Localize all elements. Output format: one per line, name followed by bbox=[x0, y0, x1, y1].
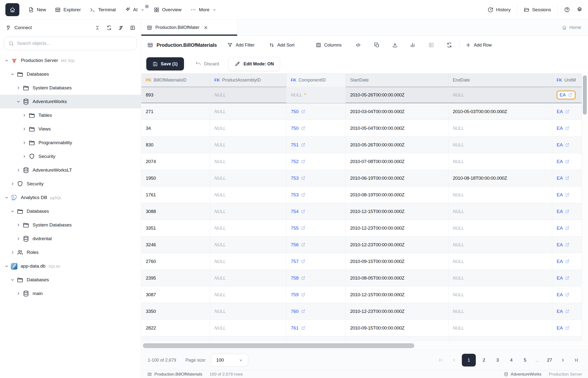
cell-productassemblyid[interactable]: NULL bbox=[210, 120, 286, 136]
cell-unitmeasurecode[interactable]: EA bbox=[552, 303, 582, 320]
page-button-5[interactable]: 5 bbox=[519, 354, 531, 366]
cell-enddate[interactable]: NULL bbox=[448, 236, 552, 253]
cell-componentid[interactable]: 760 bbox=[286, 303, 346, 320]
component-link[interactable]: 760 bbox=[291, 309, 306, 314]
component-link[interactable]: 753 bbox=[291, 192, 306, 198]
unit-link[interactable]: EA bbox=[557, 309, 570, 314]
component-link[interactable]: 758 bbox=[291, 275, 306, 281]
cell-unitmeasurecode[interactable]: EA bbox=[552, 103, 582, 120]
cell-componentid[interactable]: 751 bbox=[286, 137, 346, 153]
cell-componentid[interactable]: 753 bbox=[286, 170, 346, 186]
first-page-button[interactable] bbox=[435, 354, 446, 366]
cell-componentid[interactable]: 752 bbox=[286, 153, 346, 170]
cell-productassemblyid[interactable]: NULL bbox=[210, 153, 286, 170]
cell-componentid[interactable]: 755 bbox=[286, 220, 346, 236]
component-link[interactable]: 750 bbox=[291, 126, 306, 131]
cell-startdate[interactable]: 2010-03-04T00:00:00.000Z bbox=[346, 103, 448, 120]
cell-billofmaterialsid[interactable]: 3246 bbox=[141, 236, 210, 253]
cell-billofmaterialsid[interactable]: 2822 bbox=[141, 320, 210, 336]
prev-page-button[interactable] bbox=[448, 354, 459, 366]
tree-item-system-databases[interactable]: System Databases bbox=[0, 81, 141, 95]
unit-link[interactable]: EA bbox=[557, 226, 570, 231]
tree-item-databases[interactable]: Databases bbox=[0, 204, 141, 218]
cell-unitmeasurecode[interactable]: EA bbox=[552, 87, 582, 103]
panel-icon[interactable] bbox=[428, 42, 434, 48]
cell-productassemblyid[interactable]: NULL bbox=[210, 303, 286, 320]
cell-enddate[interactable]: NULL bbox=[448, 286, 552, 303]
cell-billofmaterialsid[interactable]: 3350 bbox=[141, 303, 210, 320]
table-row[interactable]: 3087NULL7592010-12-15T00:00:00.000ZNULLE… bbox=[141, 286, 582, 303]
cell-startdate[interactable]: 2010-05-26T00:00:00.000Z bbox=[346, 137, 448, 153]
page-button-1[interactable]: 1 bbox=[462, 354, 476, 366]
column-header-componentid[interactable]: FKComponentID bbox=[286, 74, 346, 87]
cell-billofmaterialsid[interactable]: 3087 bbox=[141, 286, 210, 303]
component-link[interactable]: 755 bbox=[291, 226, 306, 231]
cell-productassemblyid[interactable]: NULL bbox=[210, 320, 286, 336]
cell-productassemblyid[interactable]: NULL bbox=[210, 87, 286, 103]
cell-productassemblyid[interactable]: NULL bbox=[210, 203, 286, 220]
cell-productassemblyid[interactable]: NULL bbox=[210, 103, 286, 120]
edit-mode-toggle[interactable]: Edit Mode: ON bbox=[228, 57, 280, 71]
cell-billofmaterialsid[interactable]: 3088 bbox=[141, 203, 210, 220]
cell-unitmeasurecode[interactable]: EA bbox=[552, 203, 582, 220]
nav-item-terminal[interactable]: Terminal bbox=[90, 7, 116, 13]
discard-button[interactable]: Discard bbox=[195, 61, 219, 67]
collapse-sidebar-icon[interactable] bbox=[130, 25, 136, 31]
cell-enddate[interactable]: NULL bbox=[448, 153, 552, 170]
cell-billofmaterialsid[interactable]: 830 bbox=[141, 137, 210, 153]
cell-billofmaterialsid[interactable]: 2760 bbox=[141, 253, 210, 270]
column-header-unitm[interactable]: FKUnitM bbox=[552, 74, 582, 87]
horizontal-scrollbar-thumb[interactable] bbox=[143, 343, 414, 348]
unit-link[interactable]: EA bbox=[557, 159, 570, 164]
table-row[interactable]: 893NULLNULL*2010-05-26T00:00:00.000ZNULL… bbox=[141, 87, 582, 103]
cell-productassemblyid[interactable]: NULL bbox=[210, 286, 286, 303]
cell-billofmaterialsid[interactable]: 3351 bbox=[141, 220, 210, 236]
cell-startdate[interactable]: 2010-06-19T00:00:00.000Z bbox=[346, 170, 448, 186]
table-row[interactable]: 3246NULL7562010-12-23T00:00:00.000ZNULLE… bbox=[141, 236, 582, 253]
unit-link[interactable]: EA bbox=[557, 142, 570, 148]
table-row[interactable]: 2822NULL7612010-09-15T00:00:00.000ZNULLE… bbox=[141, 320, 582, 336]
refresh-connections-icon[interactable] bbox=[106, 25, 112, 31]
table-row[interactable]: 2760NULL7572010-09-15T00:00:00.000ZNULLE… bbox=[141, 253, 582, 270]
horizontal-scrollbar[interactable] bbox=[141, 341, 588, 350]
cell-billofmaterialsid[interactable]: 1761 bbox=[141, 187, 210, 203]
save-button[interactable]: Save (1) bbox=[146, 57, 184, 70]
cell-componentid[interactable]: 753 bbox=[286, 187, 346, 203]
cell-startdate[interactable]: 2010-09-15T00:00:00.000Z bbox=[346, 320, 448, 336]
cell-startdate[interactable]: 2010-09-15T00:00:00.000Z bbox=[346, 253, 448, 270]
tree-item-analytics-db[interactable]: Analytics DBpgSQL bbox=[0, 191, 141, 204]
unit-link[interactable]: EA bbox=[557, 176, 570, 181]
table-row[interactable]: 3351NULL7552010-12-23T00:00:00.000ZNULLE… bbox=[141, 220, 582, 236]
table-row[interactable]: 271NULL7502010-03-04T00:00:00.000Z2010-0… bbox=[141, 103, 582, 120]
columns-button[interactable]: Columns bbox=[316, 42, 342, 48]
cell-unitmeasurecode[interactable]: EA bbox=[552, 253, 582, 270]
tree-item-databases[interactable]: Databases bbox=[0, 67, 141, 81]
close-icon[interactable] bbox=[203, 25, 209, 30]
cell-unitmeasurecode[interactable]: EA bbox=[552, 286, 582, 303]
vertical-scrollbar-thumb[interactable] bbox=[583, 75, 587, 115]
cell-startdate[interactable]: 2010-12-15T00:00:00.000Z bbox=[346, 286, 448, 303]
cell-enddate[interactable]: NULL bbox=[448, 270, 552, 286]
next-page-button[interactable] bbox=[558, 354, 568, 366]
column-header-productassemblyid[interactable]: FKProductAssemblyID bbox=[210, 74, 286, 87]
page-button-27[interactable]: 27 bbox=[544, 354, 555, 366]
component-link[interactable]: 754 bbox=[291, 209, 306, 214]
component-link[interactable]: 750 bbox=[291, 109, 306, 114]
cell-unitmeasurecode[interactable]: EA bbox=[552, 320, 582, 336]
component-link[interactable]: 751 bbox=[291, 142, 306, 148]
cell-productassemblyid[interactable]: NULL bbox=[210, 220, 286, 236]
last-page-button[interactable] bbox=[571, 354, 582, 366]
tree-item-dvdrental[interactable]: dvdrental bbox=[0, 232, 141, 245]
unit-link[interactable]: EA bbox=[557, 242, 570, 247]
nav-item-new[interactable]: New bbox=[28, 7, 46, 13]
cell-productassemblyid[interactable]: NULL bbox=[210, 270, 286, 286]
download-icon[interactable] bbox=[392, 42, 398, 48]
cell-enddate[interactable]: NULL bbox=[448, 320, 552, 336]
nav-item-history[interactable]: History bbox=[488, 7, 511, 13]
tree-item-roles[interactable]: Roles bbox=[0, 245, 141, 259]
unit-link[interactable]: EA bbox=[557, 292, 570, 297]
cell-enddate[interactable]: NULL bbox=[448, 87, 552, 103]
cell-componentid[interactable]: 756 bbox=[286, 236, 346, 253]
unit-link[interactable]: EA bbox=[557, 209, 570, 214]
tree-item-system-databases[interactable]: System Databases bbox=[0, 218, 141, 232]
